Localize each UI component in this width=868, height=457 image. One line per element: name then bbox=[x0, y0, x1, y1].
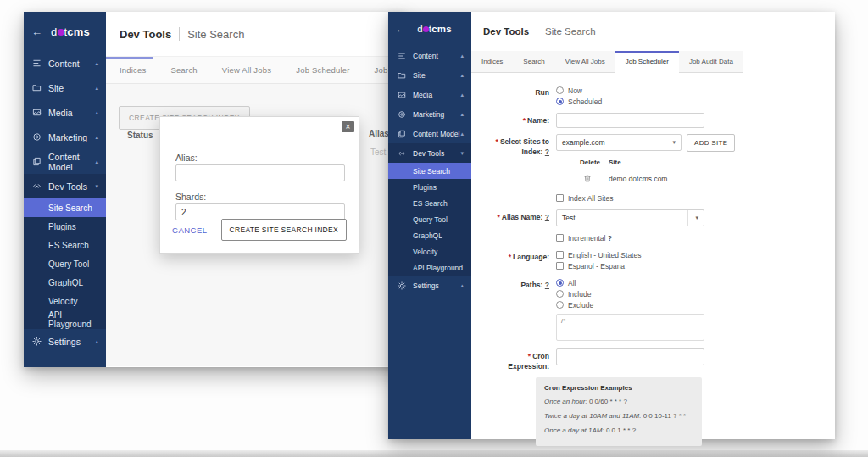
add-site-button[interactable]: ADD SITE bbox=[687, 134, 735, 152]
dotcms-logo: dtcms bbox=[42, 25, 98, 38]
radio-all[interactable] bbox=[556, 279, 564, 287]
sidebar-item-settings[interactable]: Settings ▴ bbox=[388, 276, 471, 295]
caret-down-icon: ▾ bbox=[95, 183, 98, 190]
alias-name-select[interactable]: Test▾ bbox=[556, 209, 704, 226]
paths-option-include[interactable]: Include bbox=[556, 288, 826, 299]
sidebar-item-site-search[interactable]: Site Search bbox=[24, 198, 106, 217]
modal-create-site-search-index-button[interactable]: CREATE SITE SEARCH INDEX bbox=[221, 219, 347, 241]
sidebar: ← dtcms Content ▴ Site ▴ Media ▴ Marketi… bbox=[24, 12, 106, 367]
tab-job-audit-data[interactable]: Job Audit Data bbox=[679, 51, 743, 73]
incremental-checkbox[interactable]: Incremental ? bbox=[556, 232, 826, 243]
cancel-button[interactable]: CANCEL bbox=[172, 226, 208, 235]
breadcrumb-divider bbox=[537, 26, 537, 37]
sidebar-item-query-tool[interactable]: Query Tool bbox=[388, 211, 471, 227]
radio-include[interactable] bbox=[556, 290, 564, 298]
sidebar-item-marketing[interactable]: Marketing ▴ bbox=[388, 104, 471, 124]
trash-icon[interactable] bbox=[580, 174, 609, 183]
tab-job-scheduler[interactable]: Job Scheduler bbox=[615, 51, 679, 73]
tab-bar: Indices Search View All Jobs Job Schedul… bbox=[106, 56, 405, 84]
name-input[interactable] bbox=[556, 113, 704, 128]
gear-icon bbox=[396, 281, 407, 290]
sites-help-link[interactable]: ? bbox=[545, 148, 549, 156]
name-label: *Name: bbox=[471, 113, 556, 128]
back-icon[interactable]: ← bbox=[31, 25, 42, 38]
sidebar-item-es-search[interactable]: ES Search bbox=[24, 236, 106, 254]
site-select[interactable]: example.com▾ bbox=[556, 134, 682, 151]
paths-option-all[interactable]: All bbox=[556, 277, 826, 288]
paths-pattern-textarea[interactable] bbox=[556, 314, 704, 341]
language-english-checkbox[interactable]: English - United States bbox=[556, 249, 826, 260]
radio-scheduled[interactable] bbox=[556, 98, 564, 105]
active-tab-indicator bbox=[106, 57, 153, 59]
table-cell-alias-value: Test bbox=[370, 148, 386, 157]
alias-help-link[interactable]: ? bbox=[545, 213, 549, 221]
language-espanol-checkbox[interactable]: Espanol - Espana bbox=[556, 260, 826, 271]
sidebar-item-query-tool[interactable]: Query Tool bbox=[24, 254, 106, 273]
sidebar-item-api-playground[interactable]: API Playground bbox=[388, 259, 471, 276]
sidebar-item-graphql[interactable]: GraphQL bbox=[24, 273, 106, 292]
run-option-scheduled[interactable]: Scheduled bbox=[556, 96, 826, 107]
tab-search[interactable]: Search bbox=[171, 65, 198, 75]
checkbox[interactable] bbox=[556, 251, 564, 259]
sidebar-item-media[interactable]: Media ▴ bbox=[388, 85, 471, 104]
sidebar-item-settings[interactable]: Settings ▴ bbox=[24, 329, 106, 354]
radio-now[interactable] bbox=[556, 86, 564, 94]
sidebar-item-dev-tools[interactable]: Dev Tools ▾ bbox=[388, 143, 471, 163]
sidebar-item-velocity[interactable]: Velocity bbox=[24, 292, 106, 310]
back-icon[interactable]: ← bbox=[396, 24, 405, 34]
sidebar-item-content-model[interactable]: Content Model ▴ bbox=[388, 124, 471, 143]
cron-expression-input[interactable] bbox=[556, 348, 704, 365]
page-title: Site Search bbox=[545, 26, 595, 36]
column-header-status: Status bbox=[127, 131, 153, 140]
sidebar-item-es-search[interactable]: ES Search bbox=[388, 195, 471, 211]
language-label: *Language: bbox=[471, 249, 556, 271]
checkbox[interactable] bbox=[556, 194, 564, 202]
sidebar-item-plugins[interactable]: Plugins bbox=[388, 179, 471, 195]
cron-examples-box: Cron Expression Examples Once an hour: 0… bbox=[536, 377, 702, 446]
tab-job-scheduler[interactable]: Job Scheduler bbox=[296, 65, 349, 75]
sidebar-item-marketing[interactable]: Marketing ▴ bbox=[24, 125, 106, 149]
sidebar-item-graphql[interactable]: GraphQL bbox=[388, 227, 471, 243]
radio-exclude[interactable] bbox=[556, 301, 564, 309]
sidebar-item-plugins[interactable]: Plugins bbox=[24, 217, 106, 236]
cron-example: Twice a day at 10AM and 11AM: 0 0 10-11 … bbox=[544, 412, 693, 420]
tab-view-all-jobs[interactable]: View All Jobs bbox=[555, 51, 615, 73]
target-icon bbox=[396, 110, 407, 119]
pages-icon bbox=[396, 130, 407, 138]
sidebar-item-dev-tools[interactable]: Dev Tools ▾ bbox=[24, 174, 106, 198]
tab-view-all-jobs[interactable]: View All Jobs bbox=[222, 65, 271, 75]
cron-label: *Cron Expression: bbox=[471, 348, 556, 371]
sidebar-item-media[interactable]: Media ▴ bbox=[24, 100, 106, 125]
tab-search[interactable]: Search bbox=[513, 51, 554, 73]
caret-up-icon: ▴ bbox=[460, 72, 464, 79]
run-option-now[interactable]: Now bbox=[556, 85, 826, 96]
paths-option-exclude[interactable]: Exclude bbox=[556, 299, 826, 310]
tab-indices[interactable]: Indices bbox=[471, 51, 513, 73]
sidebar-item-site[interactable]: Site ▴ bbox=[388, 65, 471, 85]
checkbox[interactable] bbox=[556, 234, 564, 242]
tab-indices[interactable]: Indices bbox=[120, 65, 147, 75]
paths-help-link[interactable]: ? bbox=[545, 281, 549, 289]
checkbox[interactable] bbox=[556, 262, 564, 270]
sidebar-item-api-playground[interactable]: API Playground bbox=[24, 310, 106, 329]
caret-up-icon: ▴ bbox=[460, 53, 464, 59]
sidebar-item-velocity[interactable]: Velocity bbox=[388, 243, 471, 259]
alias-input[interactable] bbox=[175, 164, 345, 181]
sidebar-item-site-search[interactable]: Site Search bbox=[388, 163, 471, 179]
shards-input[interactable] bbox=[175, 203, 345, 220]
job-scheduler-form: Run Now Scheduled *Name: *Select Sites t… bbox=[471, 73, 835, 457]
incremental-help-link[interactable]: ? bbox=[608, 234, 612, 242]
indices-panel: CREATE SITE SEARCH INDEX Status Alias Te… bbox=[106, 84, 405, 366]
column-header-site: Site bbox=[609, 159, 621, 166]
code-icon bbox=[396, 149, 407, 158]
media-icon bbox=[396, 91, 407, 99]
sidebar-item-content[interactable]: Content ▴ bbox=[388, 46, 471, 65]
close-icon[interactable]: × bbox=[342, 121, 354, 132]
run-row: Run Now Scheduled bbox=[471, 85, 826, 107]
index-all-sites-checkbox[interactable]: Index All Sites bbox=[556, 192, 826, 203]
dropdown-icon: ▾ bbox=[687, 210, 698, 226]
sidebar-item-site[interactable]: Site ▴ bbox=[24, 75, 106, 100]
sidebar-item-content-model[interactable]: Content Model ▴ bbox=[24, 149, 106, 174]
alias-name-row: *Alias Name: ? Test▾ bbox=[471, 209, 826, 226]
sidebar-item-content[interactable]: Content ▴ bbox=[24, 51, 106, 75]
